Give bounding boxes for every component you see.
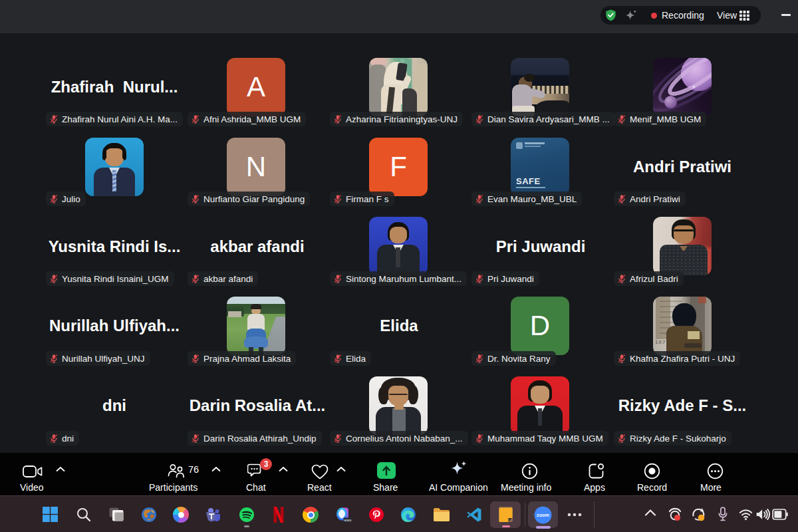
svg-text:M365: M365: [344, 519, 352, 522]
svg-text:zoom: zoom: [537, 512, 549, 518]
